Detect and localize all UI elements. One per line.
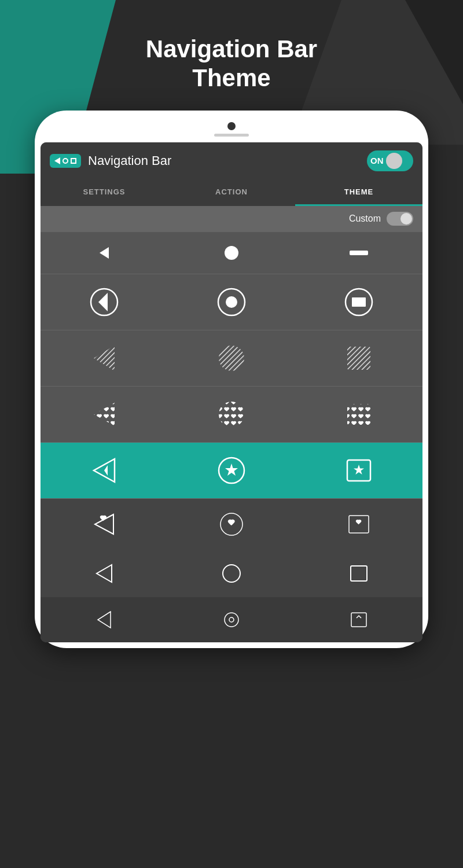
title-line1: Navigation Bar: [146, 35, 317, 62]
phone-screen: Navigation Bar ON SETTINGS ACTION THEME …: [41, 142, 422, 642]
svg-point-6: [226, 296, 237, 308]
icon-cell-back-hearts[interactable]: [41, 387, 168, 442]
icon-row-star-selected: [41, 442, 422, 498]
svg-rect-8: [352, 297, 366, 307]
scroll-content: Custom: [41, 206, 422, 642]
icon-cell-recent-minimal[interactable]: [295, 597, 422, 642]
custom-toggle[interactable]: [387, 212, 413, 226]
icon-row-hearts: [41, 386, 422, 442]
icon-row-minimal: [41, 597, 422, 642]
svg-rect-2: [350, 251, 368, 255]
svg-rect-16: [347, 347, 370, 370]
icon-cell-recent-outline[interactable]: [295, 274, 422, 330]
icon-row-outline-circle: [41, 274, 422, 330]
home-icon: [63, 158, 68, 164]
icon-cell-home-plain[interactable]: [168, 550, 295, 597]
header-left: Navigation Bar: [50, 153, 171, 168]
app-title: Navigation Bar: [88, 153, 171, 168]
icon-cell-recent-partial[interactable]: [295, 236, 422, 270]
svg-marker-11: [94, 345, 115, 371]
custom-label: Custom: [349, 214, 381, 224]
icon-cell-recent-hearts[interactable]: [295, 387, 422, 442]
svg-point-34: [229, 617, 234, 622]
svg-rect-31: [351, 566, 367, 581]
icon-row-outline-hearts: [41, 498, 422, 550]
svg-rect-21: [347, 404, 370, 425]
icon-cell-home-star[interactable]: [168, 443, 295, 498]
app-header: Navigation Bar ON: [41, 142, 422, 179]
phone-notch: [41, 122, 422, 137]
icon-cell-home-outline[interactable]: [168, 274, 295, 330]
svg-marker-0: [100, 247, 109, 259]
svg-point-33: [225, 613, 238, 627]
icon-cell-home-hatched[interactable]: [168, 330, 295, 386]
icon-cell-home-partial[interactable]: [168, 232, 295, 274]
icon-row-plain: [41, 550, 422, 597]
svg-rect-28: [349, 516, 369, 533]
tab-bar: SETTINGS ACTION THEME: [41, 179, 422, 206]
tab-settings[interactable]: SETTINGS: [41, 179, 168, 206]
svg-marker-32: [98, 612, 111, 628]
icon-row-partial: [41, 231, 422, 274]
svg-point-20: [219, 402, 244, 427]
icon-cell-back-partial[interactable]: [41, 232, 168, 274]
icon-cell-recent-star[interactable]: [295, 443, 422, 498]
toggle-label: ON: [370, 156, 384, 165]
icon-cell-recent-plain[interactable]: [295, 550, 422, 597]
custom-toggle-knob: [400, 213, 412, 225]
icon-cell-back-hatched[interactable]: [41, 330, 168, 386]
svg-marker-4: [98, 293, 108, 311]
tab-action[interactable]: ACTION: [168, 179, 295, 206]
svg-marker-18: [94, 403, 115, 426]
toggle-knob: [386, 153, 402, 169]
phone-speaker: [214, 134, 249, 137]
tab-theme[interactable]: THEME: [295, 179, 422, 206]
icon-cell-home-outline-heart[interactable]: [168, 499, 295, 550]
custom-row: Custom: [41, 206, 422, 231]
power-toggle[interactable]: ON: [367, 150, 413, 171]
svg-rect-35: [351, 613, 366, 627]
svg-point-14: [219, 345, 244, 371]
icon-cell-recent-outline-heart[interactable]: [295, 499, 422, 550]
icon-cell-back-plain[interactable]: [41, 550, 168, 597]
icon-cell-home-minimal[interactable]: [168, 597, 295, 642]
phone-camera: [227, 122, 236, 130]
svg-marker-29: [97, 565, 112, 582]
svg-point-30: [223, 565, 240, 582]
svg-point-1: [225, 246, 238, 260]
svg-marker-23: [104, 465, 108, 476]
title-line2: Theme: [192, 64, 270, 91]
icon-row-hatched: [41, 330, 422, 386]
icon-cell-back-outline[interactable]: [41, 274, 168, 330]
nav-icon-box: [50, 154, 81, 168]
icon-cell-recent-hatched[interactable]: [295, 330, 422, 386]
icon-cell-home-hearts[interactable]: [168, 387, 295, 442]
phone-frame: Navigation Bar ON SETTINGS ACTION THEME …: [35, 111, 428, 648]
page-title: Navigation Bar Theme: [146, 35, 317, 93]
icon-cell-back-outline-heart[interactable]: [41, 499, 168, 550]
recent-icon: [71, 158, 76, 164]
back-icon: [54, 157, 60, 164]
icon-cell-back-minimal[interactable]: [41, 597, 168, 642]
icon-cell-back-star[interactable]: [41, 443, 168, 498]
